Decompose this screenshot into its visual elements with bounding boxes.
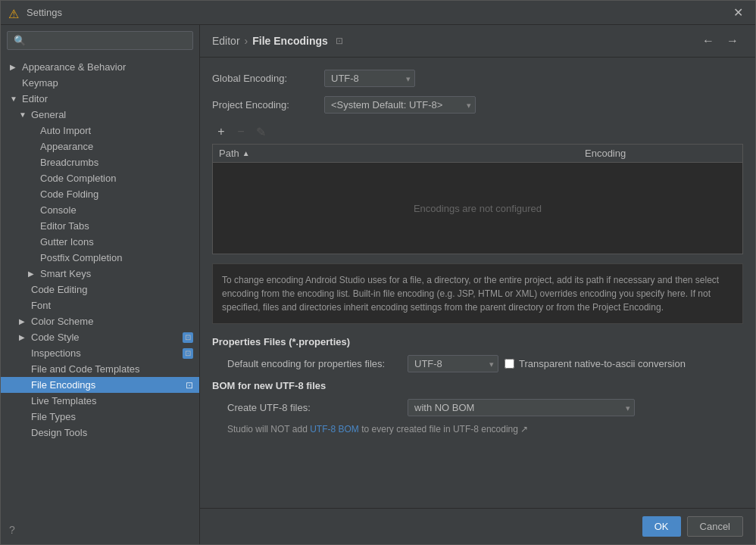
settings-tree: ▶ Appearance & Behavior Keymap ▼ Editor … [1,56,199,544]
bookmark-icon: ⊡ [336,36,343,46]
settings-window: ⚠ Settings ✕ ▶ Appearance & Behavior Key… [0,0,756,545]
forward-button[interactable]: → [722,33,743,49]
transparent-checkbox[interactable] [505,359,514,369]
sidebar-item-design-tools[interactable]: Design Tools [1,425,199,441]
encoding-column-header[interactable]: Encoding [585,148,736,159]
sidebar-item-live-templates[interactable]: Live Templates [1,393,199,409]
default-encoding-dropdown-wrapper: UTF-8 UTF-16 ISO-8859-1 [408,355,498,372]
sidebar-item-label: Editor Tabs [40,220,89,232]
breadcrumb-current: File Encodings [252,35,328,47]
sidebar-item-editor[interactable]: ▼ Editor [1,91,199,107]
sidebar-item-code-style[interactable]: ▶ Code Style ⊡ [1,329,199,345]
bom-section-title: BOM for new UTF-8 files [212,380,743,391]
project-encoding-row: Project Encoding: <System Default: UTF-8… [212,96,743,114]
sidebar-item-appearance-behavior[interactable]: ▶ Appearance & Behavior [1,59,199,75]
path-column-header[interactable]: Path [219,148,585,159]
footer-note: Studio will NOT add UTF-8 BOM to every c… [212,424,743,434]
edit-encoding-button[interactable]: ✎ [251,123,270,141]
sidebar-item-keymap[interactable]: Keymap [1,75,199,91]
modified-badge: ⊡ [183,348,193,359]
help-icon: ? [9,524,15,536]
path-column-label: Path [219,148,239,159]
cancel-button[interactable]: Cancel [687,516,743,537]
project-encoding-dropdown-wrapper: <System Default: UTF-8> UTF-8 [324,96,476,114]
sidebar-item-general[interactable]: ▼ General [1,107,199,123]
sidebar-item-label: Live Templates [31,395,96,406]
remove-encoding-button[interactable]: − [232,123,250,141]
panel-header: Editor › File Encodings ⊡ ← → [200,25,755,58]
info-box: To change encoding Android Studio uses f… [212,263,743,324]
sidebar-item-color-scheme[interactable]: ▶ Color Scheme [1,313,199,329]
sidebar: ▶ Appearance & Behavior Keymap ▼ Editor … [1,25,200,544]
window-title: Settings [27,7,729,18]
sidebar-item-file-encodings[interactable]: File Encodings ⊡ [1,377,199,393]
sidebar-item-label: Code Folding [40,188,98,200]
ok-button[interactable]: OK [642,516,681,537]
default-encoding-dropdown[interactable]: UTF-8 UTF-16 ISO-8859-1 [408,355,498,372]
encoding-toolbar: + − ✎ [212,123,743,141]
close-button[interactable]: ✕ [729,4,748,21]
properties-section-title: Properties Files (*.properties) [212,336,743,347]
sidebar-item-inspections[interactable]: Inspections ⊡ [1,345,199,361]
expand-arrow: ▶ [10,63,19,71]
project-encoding-label: Project Encoding: [212,99,318,111]
utf8-bom-link[interactable]: UTF-8 BOM [310,424,359,434]
sidebar-item-code-completion[interactable]: Code Completion [1,170,199,186]
back-button[interactable]: ← [698,33,719,49]
global-encoding-row: Global Encoding: UTF-8 UTF-16 ISO-8859-1 [212,70,743,87]
sidebar-item-auto-import[interactable]: Auto Import [1,123,199,139]
create-utf8-row: Create UTF-8 files: with NO BOM with BOM… [212,399,743,416]
sidebar-item-postfix-completion[interactable]: Postfix Completion [1,250,199,266]
help-button[interactable]: ? [9,524,15,536]
global-encoding-dropdown[interactable]: UTF-8 UTF-16 ISO-8859-1 [324,70,415,87]
sidebar-item-label: Appearance [40,141,93,152]
app-icon: ⚠ [8,7,20,19]
sidebar-item-label: Auto Import [40,125,91,136]
expand-arrow: ▼ [19,111,28,119]
sidebar-item-label: Smart Keys [40,268,91,279]
sidebar-item-gutter-icons[interactable]: Gutter Icons [1,234,199,250]
sidebar-item-label: File Types [31,411,76,422]
sidebar-item-code-folding[interactable]: Code Folding [1,186,199,202]
sidebar-item-label: Code Editing [31,284,87,295]
footer-note-prefix: Studio will NOT add [227,424,310,434]
sidebar-item-editor-tabs[interactable]: Editor Tabs [1,218,199,234]
sidebar-item-label: Postfix Completion [40,252,122,263]
sidebar-item-appearance[interactable]: Appearance [1,139,199,154]
modified-badge: ⊡ [186,380,193,391]
search-input[interactable] [7,31,193,50]
footer-note-suffix: to every created file in UTF-8 encoding … [361,424,528,434]
add-encoding-button[interactable]: + [212,123,230,141]
main-panel: Editor › File Encodings ⊡ ← → Global Enc… [200,25,755,544]
sidebar-item-file-types[interactable]: File Types [1,409,199,425]
sidebar-item-code-editing[interactable]: Code Editing [1,282,199,297]
sidebar-item-font[interactable]: Font [1,297,199,313]
sidebar-item-breadcrumbs[interactable]: Breadcrumbs [1,154,199,170]
title-bar: ⚠ Settings ✕ [1,1,755,25]
encoding-column-label: Encoding [585,148,626,159]
expand-arrow: ▶ [28,269,37,278]
modified-badge: ⊡ [183,332,193,343]
global-encoding-label: Global Encoding: [212,73,318,84]
empty-message: Encodings are not configured [414,203,542,214]
panel-footer: OK Cancel [200,508,755,544]
sidebar-item-file-code-templates[interactable]: File and Code Templates [1,361,199,377]
create-utf8-dropdown[interactable]: with NO BOM with BOM with BOM (Unix-styl… [408,399,635,416]
sidebar-item-smart-keys[interactable]: ▶ Smart Keys [1,266,199,282]
sidebar-item-label: Inspections [31,347,81,359]
sidebar-item-label: File Encodings [31,379,95,391]
global-encoding-dropdown-wrapper: UTF-8 UTF-16 ISO-8859-1 [324,70,415,87]
sidebar-item-label: Code Completion [40,173,116,184]
encodings-table: Path Encoding Encodings are not configur… [212,144,743,254]
breadcrumb-separator: › [245,35,248,47]
sidebar-item-label: General [31,109,66,120]
sidebar-item-console[interactable]: Console [1,202,199,218]
info-text: To change encoding Android Studio uses f… [222,275,719,313]
expand-arrow: ▶ [19,317,28,325]
sidebar-item-label: Keymap [22,77,58,89]
project-encoding-dropdown[interactable]: <System Default: UTF-8> UTF-8 [324,96,476,114]
sidebar-item-label: Design Tools [31,427,87,438]
sidebar-item-label: File and Code Templates [31,363,140,375]
sidebar-item-label: Code Style [31,332,80,343]
transparent-checkbox-row: Transparent native-to-ascii conversion [505,358,686,369]
